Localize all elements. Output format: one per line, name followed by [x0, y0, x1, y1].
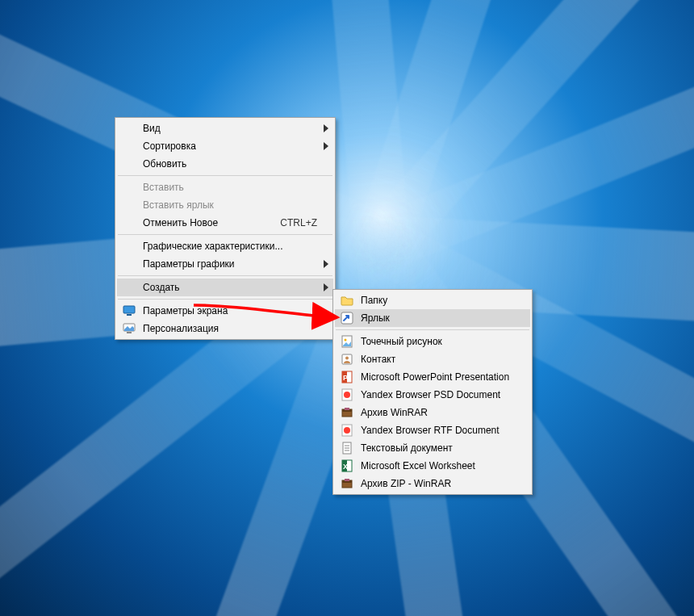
- blank-icon: [120, 216, 138, 229]
- submenu-item-psd[interactable]: Yandex Browser PSD Document: [335, 386, 530, 404]
- svg-rect-0: [123, 306, 135, 313]
- menu-item-sort[interactable]: Сортировка: [117, 137, 333, 155]
- menu-item-label: Текстовый документ: [361, 442, 525, 454]
- menu-item-new[interactable]: Создать: [117, 279, 333, 296]
- submenu-item-text[interactable]: Текстовый документ: [335, 439, 530, 457]
- menu-item-graphics-properties[interactable]: Графические характеристики...: [117, 237, 333, 255]
- menu-item-label: Точечный рисунок: [361, 336, 525, 347]
- menu-item-label: Microsoft PowerPoint Presentation: [361, 371, 525, 383]
- menu-item-label: Параметры экрана: [143, 305, 317, 316]
- blank-icon: [120, 140, 138, 153]
- menu-item-label: Yandex Browser RTF Document: [361, 425, 525, 436]
- personalize-icon: [120, 322, 138, 335]
- menu-item-undo[interactable]: Отменить Новое CTRL+Z: [117, 214, 333, 232]
- menu-item-label: Вставить ярлык: [143, 199, 317, 211]
- submenu-item-zip[interactable]: Архив ZIP - WinRAR: [335, 475, 530, 492]
- blank-icon: [120, 240, 138, 253]
- menu-separator: [118, 234, 332, 235]
- svg-rect-17: [345, 408, 349, 410]
- submenu-item-excel[interactable]: X Microsoft Excel Worksheet: [335, 457, 530, 475]
- powerpoint-icon: P: [338, 371, 356, 383]
- blank-icon: [120, 157, 138, 170]
- blank-icon: [120, 281, 138, 294]
- submenu-item-contact[interactable]: Контакт: [335, 350, 530, 368]
- submenu-item-powerpoint[interactable]: P Microsoft PowerPoint Presentation: [335, 368, 530, 386]
- excel-icon: X: [338, 459, 356, 472]
- submenu-arrow-icon: [317, 142, 328, 150]
- blank-icon: [120, 122, 138, 135]
- menu-item-label: Ярлык: [361, 312, 525, 324]
- yandex-psd-icon: [338, 388, 356, 401]
- menu-item-label: Вставить: [143, 182, 317, 193]
- menu-item-label: Персонализация: [143, 323, 317, 334]
- menu-item-label: Архив ZIP - WinRAR: [361, 478, 525, 489]
- submenu-item-rtf[interactable]: Yandex Browser RTF Document: [335, 421, 530, 439]
- shortcut-icon: [338, 312, 356, 325]
- svg-point-8: [345, 357, 349, 360]
- submenu-item-shortcut[interactable]: Ярлык: [335, 309, 530, 327]
- menu-item-label: Создать: [143, 282, 317, 293]
- submenu-arrow-icon: [317, 283, 328, 291]
- blank-icon: [120, 181, 138, 194]
- menu-item-label: Обновить: [143, 158, 317, 170]
- winrar-icon: [338, 406, 356, 419]
- menu-item-display-settings[interactable]: Параметры экрана: [117, 302, 333, 320]
- menu-item-label: Отменить Новое: [143, 217, 261, 228]
- menu-item-accelerator: CTRL+Z: [261, 217, 317, 228]
- svg-rect-3: [127, 332, 132, 333]
- menu-item-personalize[interactable]: Персонализация: [117, 320, 333, 337]
- menu-item-label: Параметры графики: [143, 258, 317, 270]
- menu-item-label: Yandex Browser PSD Document: [361, 389, 525, 400]
- svg-point-13: [344, 392, 350, 398]
- winrar-zip-icon: [338, 477, 356, 490]
- svg-point-6: [345, 339, 347, 342]
- menu-item-label: Папку: [361, 295, 525, 306]
- svg-text:P: P: [343, 374, 348, 382]
- menu-separator: [118, 299, 332, 300]
- desktop-context-menu: Вид Сортировка Обновить Вставить Вставит…: [115, 117, 336, 340]
- menu-item-view[interactable]: Вид: [117, 119, 333, 137]
- blank-icon: [120, 258, 138, 270]
- menu-item-label: Вид: [143, 123, 317, 134]
- menu-item-label: Графические характеристики...: [143, 241, 317, 252]
- menu-item-refresh[interactable]: Обновить: [117, 155, 333, 173]
- menu-item-label: Контакт: [361, 354, 525, 365]
- submenu-item-rar[interactable]: Архив WinRAR: [335, 404, 530, 421]
- menu-item-graphics-options[interactable]: Параметры графики: [117, 255, 333, 273]
- menu-item-paste-shortcut: Вставить ярлык: [117, 196, 333, 214]
- menu-item-label: Сортировка: [143, 140, 317, 152]
- menu-item-label: Microsoft Excel Worksheet: [361, 460, 525, 471]
- svg-text:X: X: [343, 463, 348, 471]
- menu-item-label: Архив WinRAR: [361, 407, 525, 418]
- menu-separator: [118, 175, 332, 176]
- menu-separator: [118, 275, 332, 276]
- menu-item-paste: Вставить: [117, 178, 333, 196]
- svg-point-19: [344, 427, 350, 434]
- submenu-arrow-icon: [317, 260, 328, 268]
- contact-icon: [338, 353, 356, 366]
- submenu-item-folder[interactable]: Папку: [335, 291, 530, 309]
- new-submenu: Папку Ярлык Точечный рисунок: [332, 289, 533, 495]
- submenu-item-bitmap[interactable]: Точечный рисунок: [335, 333, 530, 350]
- svg-rect-30: [345, 479, 349, 481]
- blank-icon: [120, 199, 138, 212]
- text-document-icon: [338, 442, 356, 455]
- yandex-rtf-icon: [338, 424, 356, 437]
- menu-separator: [336, 329, 529, 330]
- folder-icon: [338, 294, 356, 307]
- svg-rect-1: [127, 314, 132, 316]
- submenu-arrow-icon: [317, 124, 328, 132]
- bitmap-icon: [338, 335, 356, 348]
- display-settings-icon: [120, 304, 138, 317]
